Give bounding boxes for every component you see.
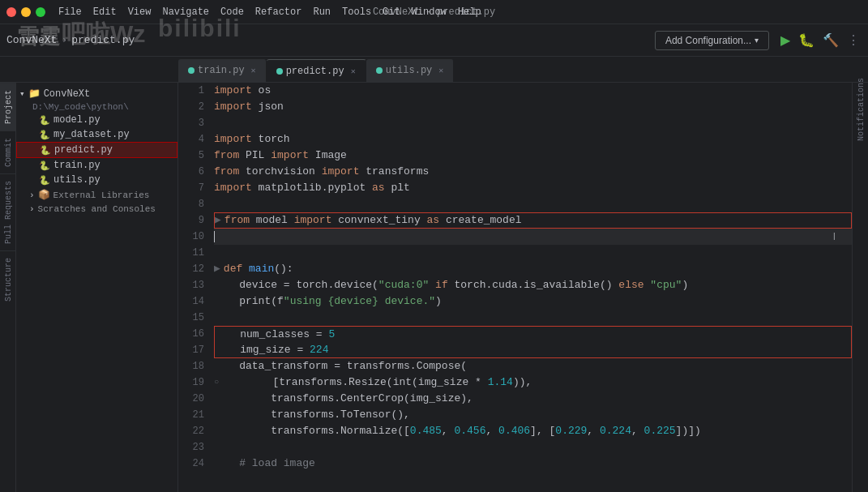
add-configuration-button[interactable]: Add Configuration... ▾	[655, 31, 769, 50]
collapse-icon: ▾	[19, 88, 25, 99]
line-num-24: 24	[178, 456, 204, 472]
code-line-1: import os	[214, 83, 852, 99]
tab-utils-py[interactable]: utils.py ✕	[366, 59, 455, 82]
panel-tab-structure[interactable]: Structure	[0, 250, 15, 308]
code-line-2: import json	[214, 99, 852, 115]
line-num-10: 10	[178, 229, 204, 245]
line-num-13: 13	[178, 277, 204, 293]
code-line-16: num_classes = 5 与数据集一致	[214, 326, 852, 342]
py-icon-dataset: 🐍	[39, 130, 50, 140]
tree-root-label: ConvNeXt	[44, 88, 91, 100]
code-line-13: device = torch.device("cuda:0" if torch.…	[214, 277, 852, 293]
notifications-panel[interactable]: Notifications	[853, 83, 868, 148]
menu-view[interactable]: View	[123, 5, 156, 19]
code-line-11	[214, 245, 852, 261]
tree-label-predict: predict.py	[54, 144, 113, 156]
code-line-7: import matplotlib.pyplot as plt	[214, 180, 852, 196]
menu-tools[interactable]: Tools	[337, 5, 376, 19]
build-button[interactable]: 🔨	[821, 31, 840, 49]
more-button[interactable]: ⋮	[845, 31, 862, 49]
breadcrumb-file: predict.py	[71, 34, 135, 46]
tree-item-dataset[interactable]: 🐍 my_dataset.py	[16, 127, 177, 142]
code-line-8	[214, 196, 852, 212]
code-line-6: from torchvision import transforms	[214, 164, 852, 180]
tab-train-py[interactable]: train.py ✕	[178, 59, 267, 82]
run-controls: ▶ 🐛 🔨 ⋮	[779, 31, 862, 49]
code-line-3	[214, 115, 852, 131]
line-num-17: 17	[178, 342, 204, 358]
gutter-run-icon: ▶	[215, 212, 221, 229]
add-config-label: Add Configuration...	[665, 35, 751, 46]
tab-predict-py[interactable]: predict.py ✕	[267, 59, 366, 82]
line-num-2: 2	[178, 99, 204, 115]
line-num-1: 1	[178, 83, 204, 99]
code-line-15	[214, 310, 852, 326]
tab-close-predict[interactable]: ✕	[351, 66, 356, 76]
tree-label-dataset: my_dataset.py	[53, 129, 130, 140]
panel-tab-commit[interactable]: Commit	[0, 130, 15, 173]
line-num-14: 14	[178, 293, 204, 310]
tree-label-train: train.py	[53, 160, 100, 171]
line-num-4: 4	[178, 131, 204, 148]
cursor-position-hint: I	[833, 229, 836, 245]
tree-item-predict[interactable]: 🐍 predict.py	[16, 142, 177, 158]
menu-bar: File Edit View Navigate Code Refactor Ru…	[53, 5, 486, 19]
line-num-6: 6	[178, 164, 204, 180]
tab-label-train: train.py	[198, 65, 245, 76]
menu-git[interactable]: Git	[378, 5, 405, 19]
menu-file[interactable]: File	[53, 5, 87, 19]
line-num-3: 3	[178, 115, 204, 131]
line-num-22: 22	[178, 423, 204, 439]
tree-item-train[interactable]: 🐍 train.py	[16, 158, 177, 173]
menu-window[interactable]: Window	[407, 5, 451, 19]
menu-code[interactable]: Code	[216, 5, 249, 19]
tree-item-ext-lib[interactable]: › 📦 External Libraries	[16, 187, 177, 203]
code-lines: import os import json import torch from …	[211, 83, 852, 492]
line-numbers: 1 2 3 4 5 6 7 8 9 10 11 12 13 14 15 16 1…	[178, 83, 211, 492]
tree-item-scratches[interactable]: › Scratches and Consoles	[16, 203, 177, 216]
menu-navigate[interactable]: Navigate	[157, 5, 214, 19]
panel-tab-project[interactable]: Project	[0, 83, 15, 130]
py-icon-model: 🐍	[39, 115, 50, 126]
gutter-def-icon: ▶	[214, 261, 220, 277]
debug-button[interactable]: 🐛	[797, 31, 816, 49]
line-num-18: 18	[178, 358, 204, 374]
tree-label-scratches: Scratches and Consoles	[38, 204, 156, 214]
tree-label-utils: utils.py	[53, 174, 100, 186]
code-content: 1 2 3 4 5 6 7 8 9 10 11 12 13 14 15 16 1…	[178, 83, 852, 492]
menu-help[interactable]: Help	[453, 5, 486, 19]
run-button[interactable]: ▶	[779, 31, 792, 49]
kw-import-1: import	[214, 83, 252, 99]
line-num-23: 23	[178, 439, 204, 456]
tab-close-utils[interactable]: ✕	[438, 66, 443, 75]
code-line-5: from PIL import Image	[214, 148, 852, 164]
tree-root[interactable]: ▾ 📁 ConvNeXt	[16, 86, 177, 101]
menu-refactor[interactable]: Refactor	[250, 5, 307, 19]
line-num-19: 19	[178, 374, 204, 391]
code-editor[interactable]: 1 2 3 4 5 6 7 8 9 10 11 12 13 14 15 16 1…	[178, 83, 852, 492]
tree-path: D:\My_code\python\	[16, 101, 177, 113]
tree-item-utils[interactable]: 🐍 utils.py	[16, 173, 177, 187]
breadcrumb-project: ConvNeXt	[6, 34, 57, 46]
left-panel-tabs: Project Commit Pull Requests Structure	[0, 83, 16, 492]
tree-label-model: model.py	[53, 114, 100, 126]
add-config-chevron-icon: ▾	[755, 36, 759, 45]
py-icon-utils: 🐍	[39, 175, 50, 186]
menu-run[interactable]: Run	[308, 5, 336, 19]
panel-tab-pull-requests[interactable]: Pull Requests	[0, 173, 15, 250]
code-line-23	[214, 439, 852, 456]
tree-item-model[interactable]: 🐍 model.py	[16, 113, 177, 127]
toolbar: ConvNeXt › predict.py Add Configuration.…	[0, 24, 868, 57]
tab-close-train[interactable]: ✕	[251, 66, 256, 75]
code-line-12: ▶ def main():	[214, 261, 852, 277]
expand-icon-ext: ›	[29, 190, 35, 200]
folder-icon: 📁	[28, 88, 41, 100]
line-num-16: 16	[178, 326, 204, 342]
line-num-8: 8	[178, 196, 204, 212]
tab-label-utils: utils.py	[386, 65, 433, 76]
editor-tabs: train.py ✕ predict.py ✕ utils.py ✕	[0, 57, 868, 83]
main-content: Project Commit Pull Requests Structure ▾…	[0, 83, 868, 492]
code-line-9: ▶ from model import convnext_tiny as cre…	[214, 212, 852, 229]
menu-edit[interactable]: Edit	[88, 5, 122, 19]
line-num-11: 11	[178, 245, 204, 261]
